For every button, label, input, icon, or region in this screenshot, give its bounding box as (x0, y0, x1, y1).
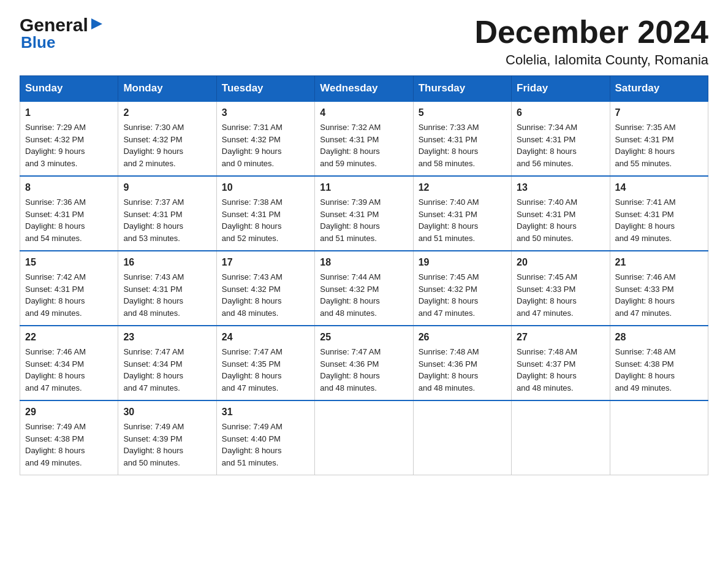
logo-general-text: General (20, 15, 88, 36)
day-info: Sunrise: 7:47 AMSunset: 4:34 PMDaylight:… (123, 347, 184, 393)
calendar-table: Sunday Monday Tuesday Wednesday Thursday… (20, 75, 708, 475)
calendar-header-row: Sunday Monday Tuesday Wednesday Thursday… (20, 76, 708, 102)
calendar-cell: 23 Sunrise: 7:47 AMSunset: 4:34 PMDaylig… (118, 326, 216, 400)
day-info: Sunrise: 7:36 AMSunset: 4:31 PMDaylight:… (25, 197, 86, 243)
page-header: General Blue December 2024 Colelia, Ialo… (20, 15, 708, 68)
calendar-cell: 24 Sunrise: 7:47 AMSunset: 4:35 PMDaylig… (216, 326, 314, 400)
col-monday: Monday (118, 76, 216, 102)
calendar-cell: 17 Sunrise: 7:43 AMSunset: 4:32 PMDaylig… (216, 251, 314, 326)
calendar-cell: 19 Sunrise: 7:45 AMSunset: 4:32 PMDaylig… (413, 251, 511, 326)
day-number: 17 (222, 255, 309, 270)
day-info: Sunrise: 7:34 AMSunset: 4:31 PMDaylight:… (517, 123, 577, 168)
title-block: December 2024 Colelia, Ialomita County, … (474, 15, 708, 68)
day-info: Sunrise: 7:29 AMSunset: 4:32 PMDaylight:… (25, 123, 86, 168)
calendar-cell: 31 Sunrise: 7:49 AMSunset: 4:40 PMDaylig… (216, 400, 314, 475)
calendar-cell: 22 Sunrise: 7:46 AMSunset: 4:34 PMDaylig… (20, 326, 118, 400)
day-number: 11 (320, 180, 408, 195)
svg-marker-0 (91, 18, 102, 29)
day-info: Sunrise: 7:43 AMSunset: 4:31 PMDaylight:… (123, 272, 184, 318)
day-info: Sunrise: 7:47 AMSunset: 4:36 PMDaylight:… (320, 347, 381, 393)
col-wednesday: Wednesday (315, 76, 413, 102)
calendar-cell: 5 Sunrise: 7:33 AMSunset: 4:31 PMDayligh… (413, 101, 511, 176)
day-number: 23 (123, 330, 211, 345)
calendar-week-row: 22 Sunrise: 7:46 AMSunset: 4:34 PMDaylig… (20, 326, 708, 400)
calendar-cell (315, 400, 413, 475)
day-info: Sunrise: 7:33 AMSunset: 4:31 PMDaylight:… (419, 123, 479, 168)
calendar-cell: 6 Sunrise: 7:34 AMSunset: 4:31 PMDayligh… (512, 101, 610, 176)
day-info: Sunrise: 7:30 AMSunset: 4:32 PMDaylight:… (123, 123, 184, 168)
day-info: Sunrise: 7:44 AMSunset: 4:32 PMDaylight:… (320, 272, 381, 318)
calendar-cell (413, 400, 511, 475)
day-number: 1 (25, 105, 113, 120)
calendar-cell: 7 Sunrise: 7:35 AMSunset: 4:31 PMDayligh… (610, 101, 708, 176)
col-friday: Friday (512, 76, 610, 102)
calendar-week-row: 15 Sunrise: 7:42 AMSunset: 4:31 PMDaylig… (20, 251, 708, 326)
day-number: 5 (419, 105, 506, 120)
col-sunday: Sunday (20, 76, 118, 102)
day-number: 10 (222, 180, 309, 195)
day-number: 31 (222, 405, 309, 419)
calendar-cell: 11 Sunrise: 7:39 AMSunset: 4:31 PMDaylig… (315, 176, 413, 251)
day-number: 26 (419, 330, 506, 345)
day-number: 30 (123, 405, 211, 419)
calendar-cell: 14 Sunrise: 7:41 AMSunset: 4:31 PMDaylig… (610, 176, 708, 251)
day-info: Sunrise: 7:48 AMSunset: 4:38 PMDaylight:… (615, 347, 676, 393)
day-number: 4 (320, 105, 408, 120)
col-thursday: Thursday (413, 76, 511, 102)
day-number: 8 (25, 180, 113, 195)
calendar-cell: 28 Sunrise: 7:48 AMSunset: 4:38 PMDaylig… (610, 326, 708, 400)
calendar-cell: 25 Sunrise: 7:47 AMSunset: 4:36 PMDaylig… (315, 326, 413, 400)
day-info: Sunrise: 7:49 AMSunset: 4:40 PMDaylight:… (222, 422, 282, 467)
calendar-cell: 8 Sunrise: 7:36 AMSunset: 4:31 PMDayligh… (20, 176, 118, 251)
day-info: Sunrise: 7:46 AMSunset: 4:34 PMDaylight:… (25, 347, 86, 393)
day-info: Sunrise: 7:38 AMSunset: 4:31 PMDaylight:… (222, 197, 282, 243)
day-info: Sunrise: 7:39 AMSunset: 4:31 PMDaylight:… (320, 197, 381, 243)
logo-blue-text: Blue (21, 33, 55, 52)
day-info: Sunrise: 7:46 AMSunset: 4:33 PMDaylight:… (615, 272, 676, 318)
day-number: 14 (615, 180, 703, 195)
calendar-cell: 4 Sunrise: 7:32 AMSunset: 4:31 PMDayligh… (315, 101, 413, 176)
day-number: 6 (517, 105, 604, 120)
day-info: Sunrise: 7:43 AMSunset: 4:32 PMDaylight:… (222, 272, 282, 318)
day-number: 28 (615, 330, 703, 345)
day-info: Sunrise: 7:35 AMSunset: 4:31 PMDaylight:… (615, 123, 676, 168)
day-info: Sunrise: 7:37 AMSunset: 4:31 PMDaylight:… (123, 197, 184, 243)
calendar-cell: 26 Sunrise: 7:48 AMSunset: 4:36 PMDaylig… (413, 326, 511, 400)
calendar-week-row: 8 Sunrise: 7:36 AMSunset: 4:31 PMDayligh… (20, 176, 708, 251)
calendar-cell: 15 Sunrise: 7:42 AMSunset: 4:31 PMDaylig… (20, 251, 118, 326)
day-info: Sunrise: 7:42 AMSunset: 4:31 PMDaylight:… (25, 272, 86, 318)
day-info: Sunrise: 7:45 AMSunset: 4:32 PMDaylight:… (419, 272, 479, 318)
logo: General Blue (20, 15, 104, 52)
day-number: 21 (615, 255, 703, 270)
day-info: Sunrise: 7:40 AMSunset: 4:31 PMDaylight:… (419, 197, 479, 243)
calendar-week-row: 1 Sunrise: 7:29 AMSunset: 4:32 PMDayligh… (20, 101, 708, 176)
month-title: December 2024 (474, 15, 708, 50)
day-number: 2 (123, 105, 211, 120)
calendar-cell: 1 Sunrise: 7:29 AMSunset: 4:32 PMDayligh… (20, 101, 118, 176)
day-number: 15 (25, 255, 113, 270)
day-info: Sunrise: 7:48 AMSunset: 4:36 PMDaylight:… (419, 347, 479, 393)
calendar-cell: 12 Sunrise: 7:40 AMSunset: 4:31 PMDaylig… (413, 176, 511, 251)
day-number: 20 (517, 255, 604, 270)
calendar-cell: 21 Sunrise: 7:46 AMSunset: 4:33 PMDaylig… (610, 251, 708, 326)
day-number: 29 (25, 405, 113, 419)
calendar-cell: 13 Sunrise: 7:40 AMSunset: 4:31 PMDaylig… (512, 176, 610, 251)
day-number: 27 (517, 330, 604, 345)
calendar-cell (610, 400, 708, 475)
calendar-cell: 10 Sunrise: 7:38 AMSunset: 4:31 PMDaylig… (216, 176, 314, 251)
day-number: 19 (419, 255, 506, 270)
day-info: Sunrise: 7:45 AMSunset: 4:33 PMDaylight:… (517, 272, 577, 318)
calendar-cell: 29 Sunrise: 7:49 AMSunset: 4:38 PMDaylig… (20, 400, 118, 475)
calendar-cell: 27 Sunrise: 7:48 AMSunset: 4:37 PMDaylig… (512, 326, 610, 400)
day-info: Sunrise: 7:41 AMSunset: 4:31 PMDaylight:… (615, 197, 676, 243)
day-number: 13 (517, 180, 604, 195)
calendar-cell: 30 Sunrise: 7:49 AMSunset: 4:39 PMDaylig… (118, 400, 216, 475)
col-saturday: Saturday (610, 76, 708, 102)
location-text: Colelia, Ialomita County, Romania (474, 52, 708, 68)
day-info: Sunrise: 7:49 AMSunset: 4:39 PMDaylight:… (123, 422, 184, 467)
calendar-cell: 16 Sunrise: 7:43 AMSunset: 4:31 PMDaylig… (118, 251, 216, 326)
day-number: 3 (222, 105, 309, 120)
day-number: 22 (25, 330, 113, 345)
calendar-cell: 2 Sunrise: 7:30 AMSunset: 4:32 PMDayligh… (118, 101, 216, 176)
day-info: Sunrise: 7:47 AMSunset: 4:35 PMDaylight:… (222, 347, 282, 393)
